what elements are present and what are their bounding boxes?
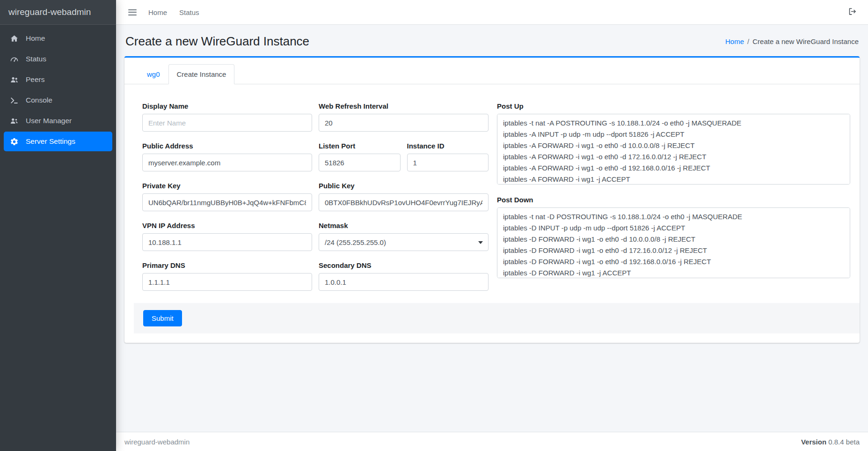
- tab-wg0[interactable]: wg0: [139, 64, 168, 84]
- sidebar-item-label: Peers: [26, 75, 45, 84]
- sidebar-item-label: User Manager: [26, 117, 72, 125]
- user-cog-icon: [8, 117, 20, 126]
- web-refresh-interval-label: Web Refresh Interval: [319, 102, 489, 110]
- navbar-link-status[interactable]: Status: [173, 4, 205, 21]
- sidebar-brand[interactable]: wireguard-webadmin: [0, 0, 116, 25]
- app-root: wireguard-webadmin Home Status Peers: [0, 0, 868, 451]
- version-label: Version: [801, 438, 826, 446]
- secondary-dns-input[interactable]: [319, 273, 489, 291]
- secondary-dns-label: Secondary DNS: [319, 261, 489, 269]
- breadcrumb: Home/Create a new WireGuard Instance: [725, 37, 859, 45]
- instance-tabs: wg0 Create Instance: [139, 64, 846, 84]
- hamburger-icon: [128, 9, 137, 15]
- navbar-link-home[interactable]: Home: [142, 4, 173, 21]
- version-value: 0.8.4 beta: [828, 438, 860, 446]
- breadcrumb-separator: /: [747, 37, 749, 45]
- sidebar-item-label: Home: [26, 34, 45, 43]
- card-header: wg0 Create Instance: [124, 58, 860, 84]
- post-up-label: Post Up: [497, 102, 850, 110]
- breadcrumb-home-link[interactable]: Home: [725, 37, 744, 45]
- sidebar-item-status[interactable]: Status: [4, 49, 112, 69]
- listen-port-label: Listen Port: [319, 142, 401, 150]
- page-header: Create a new WireGuard Instance Home/Cre…: [124, 32, 860, 56]
- public-address-label: Public Address: [142, 142, 312, 150]
- web-refresh-interval-input[interactable]: [319, 114, 489, 132]
- private-key-label: Private Key: [142, 182, 312, 190]
- tab-create-instance[interactable]: Create Instance: [168, 64, 235, 84]
- create-instance-card: wg0 Create Instance Display Name: [124, 56, 860, 343]
- card-body: Display Name Web Refresh Interval: [124, 84, 860, 343]
- sidebar-item-label: Console: [26, 96, 52, 104]
- form-right-section: Post Up iptables -t nat -A POSTROUTING -…: [497, 102, 850, 280]
- logout-button[interactable]: [845, 3, 860, 22]
- sign-out-icon: [848, 7, 857, 16]
- post-up-textarea[interactable]: iptables -t nat -A POSTROUTING -s 10.188…: [497, 114, 850, 185]
- primary-dns-label: Primary DNS: [142, 261, 312, 269]
- sidebar-item-console[interactable]: Console: [4, 90, 112, 110]
- display-name-input[interactable]: [142, 114, 312, 132]
- home-icon: [8, 34, 20, 43]
- footer-brand: wireguard-webadmin: [124, 438, 190, 446]
- instance-id-input[interactable]: [407, 154, 489, 171]
- instance-form: Display Name Web Refresh Interval: [142, 102, 850, 291]
- vpn-ip-address-input[interactable]: [142, 233, 312, 251]
- sidebar: wireguard-webadmin Home Status Peers: [0, 0, 116, 451]
- top-navbar: Home Status: [116, 0, 868, 25]
- vpn-ip-address-label: VPN IP Address: [142, 222, 312, 229]
- netmask-label: Netmask: [319, 222, 489, 229]
- post-down-label: Post Down: [497, 196, 850, 204]
- form-left-section: Display Name Web Refresh Interval: [142, 102, 489, 291]
- submit-button[interactable]: Submit: [143, 310, 182, 326]
- primary-dns-input[interactable]: [142, 273, 312, 291]
- display-name-label: Display Name: [142, 102, 312, 110]
- breadcrumb-current: Create a new WireGuard Instance: [752, 37, 859, 45]
- post-down-textarea[interactable]: iptables -t nat -D POSTROUTING -s 10.188…: [497, 207, 850, 278]
- public-key-input[interactable]: [319, 193, 489, 211]
- main-footer: wireguard-webadmin Version 0.8.4 beta: [116, 432, 868, 451]
- version-text: Version 0.8.4 beta: [801, 438, 860, 446]
- form-footer: Submit: [134, 303, 860, 333]
- instance-id-label: Instance ID: [407, 142, 489, 150]
- sidebar-item-user-manager[interactable]: User Manager: [4, 111, 112, 131]
- main-area: Home Status Create a new WireGuard Insta…: [116, 0, 868, 451]
- sidebar-item-label: Server Settings: [26, 137, 75, 146]
- private-key-input[interactable]: [142, 193, 312, 211]
- public-address-input[interactable]: [142, 154, 312, 171]
- page-title: Create a new WireGuard Instance: [125, 34, 309, 49]
- tachometer-icon: [8, 55, 20, 64]
- sidebar-item-label: Status: [26, 55, 46, 63]
- cogs-icon: [8, 137, 20, 146]
- menu-toggle-button[interactable]: [123, 3, 142, 21]
- sidebar-item-server-settings[interactable]: Server Settings: [4, 132, 112, 151]
- terminal-icon: [8, 96, 20, 105]
- users-icon: [8, 75, 20, 84]
- public-key-label: Public Key: [319, 182, 489, 190]
- sidebar-nav: Home Status Peers Console: [0, 25, 116, 156]
- listen-port-input[interactable]: [319, 154, 401, 171]
- sidebar-item-peers[interactable]: Peers: [4, 70, 112, 89]
- sidebar-item-home[interactable]: Home: [4, 29, 112, 48]
- content-area: Create a new WireGuard Instance Home/Cre…: [116, 25, 868, 432]
- netmask-select[interactable]: /24 (255.255.255.0): [319, 233, 489, 251]
